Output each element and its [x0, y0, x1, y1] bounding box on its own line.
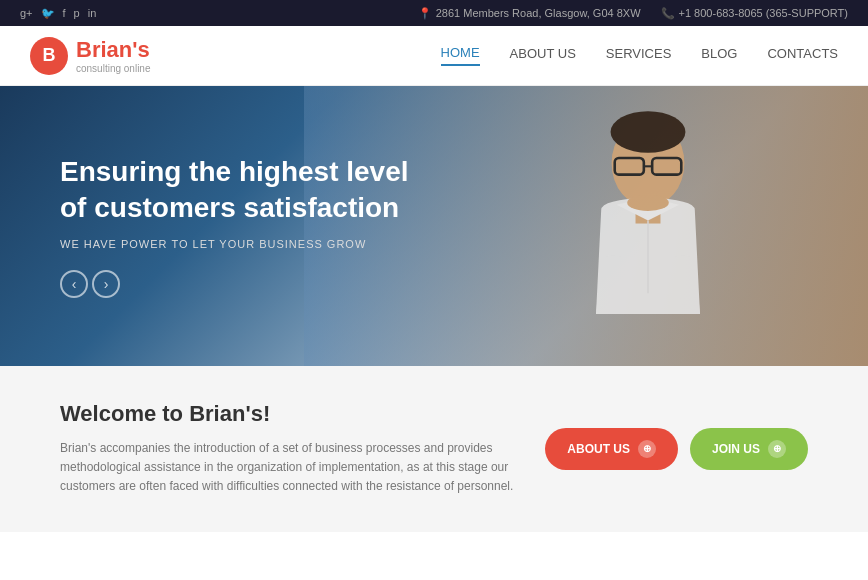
- welcome-buttons: ABOUT US ⊕ JOIN US ⊕: [545, 428, 808, 470]
- nav-home[interactable]: HOME: [441, 45, 480, 66]
- join-us-icon: ⊕: [768, 440, 786, 458]
- hero-section: Ensuring the highest level of customers …: [0, 86, 868, 366]
- svg-point-7: [627, 194, 669, 211]
- top-bar: g+ 🐦 f p in 📍 2861 Members Road, Glasgow…: [0, 0, 868, 26]
- about-us-icon: ⊕: [638, 440, 656, 458]
- logo-circle: B: [30, 37, 68, 75]
- header: B Brian's consulting online HOME ABOUT U…: [0, 26, 868, 86]
- nav-about[interactable]: ABOUT US: [510, 46, 576, 65]
- about-us-button[interactable]: ABOUT US ⊕: [545, 428, 678, 470]
- social-facebook[interactable]: f: [63, 7, 66, 19]
- join-us-button[interactable]: JOIN US ⊕: [690, 428, 808, 470]
- logo-text-block: Brian's consulting online: [76, 37, 151, 74]
- location-icon: 📍: [418, 7, 432, 20]
- hero-next-button[interactable]: ›: [92, 270, 120, 298]
- main-nav: HOME ABOUT US SERVICES BLOG CONTACTS: [441, 45, 838, 66]
- service-strategies: Strategies The formation of visions of t…: [30, 572, 156, 580]
- service-employment: Employment The realizability of our solu…: [575, 572, 701, 580]
- svg-point-1: [611, 111, 686, 153]
- services-section: Strategies The formation of visions of t…: [0, 532, 868, 580]
- service-results: Results Our best experts are co-working …: [303, 572, 429, 580]
- social-pinterest[interactable]: p: [74, 7, 80, 19]
- nav-contacts[interactable]: CONTACTS: [767, 46, 838, 65]
- hero-subtitle: WE HAVE POWER TO LET YOUR BUSINESS GROW: [60, 238, 420, 250]
- welcome-description: Brian's accompanies the introduction of …: [60, 439, 545, 497]
- nav-blog[interactable]: BLOG: [701, 46, 737, 65]
- hero-content: Ensuring the highest level of customers …: [0, 154, 420, 299]
- service-solutions: Solutions We present you the various top…: [166, 572, 292, 580]
- hero-navigation[interactable]: ‹ ›: [60, 270, 420, 298]
- welcome-title: Welcome to Brian's!: [60, 401, 545, 427]
- services-grid: Strategies The formation of visions of t…: [30, 572, 838, 580]
- welcome-section: Welcome to Brian's! Brian's accompanies …: [0, 366, 868, 532]
- contact-info: 📍 2861 Members Road, Glasgow, G04 8XW 📞 …: [418, 7, 848, 20]
- hero-title: Ensuring the highest level of customers …: [60, 154, 420, 227]
- address-info: 📍 2861 Members Road, Glasgow, G04 8XW: [418, 7, 641, 20]
- phone-icon: 📞: [661, 7, 675, 20]
- social-twitter[interactable]: 🐦: [41, 7, 55, 20]
- social-gplus[interactable]: g+: [20, 7, 33, 19]
- logo-name: Brian's: [76, 37, 151, 63]
- social-links[interactable]: g+ 🐦 f p in: [20, 7, 96, 20]
- welcome-text-block: Welcome to Brian's! Brian's accompanies …: [60, 401, 545, 497]
- hero-person: [508, 106, 788, 366]
- logo[interactable]: B Brian's consulting online: [30, 37, 151, 75]
- nav-services[interactable]: SERVICES: [606, 46, 672, 65]
- phone-info: 📞 +1 800-683-8065 (365-SUPPORT): [661, 7, 848, 20]
- hero-prev-button[interactable]: ‹: [60, 270, 88, 298]
- service-productivity: Productivity We are powerful professiona…: [712, 572, 838, 580]
- social-linkedin[interactable]: in: [88, 7, 97, 19]
- service-business-planning: ★ ★ ★ Business Planning Internal use - p…: [439, 572, 565, 580]
- logo-subtitle: consulting online: [76, 63, 151, 74]
